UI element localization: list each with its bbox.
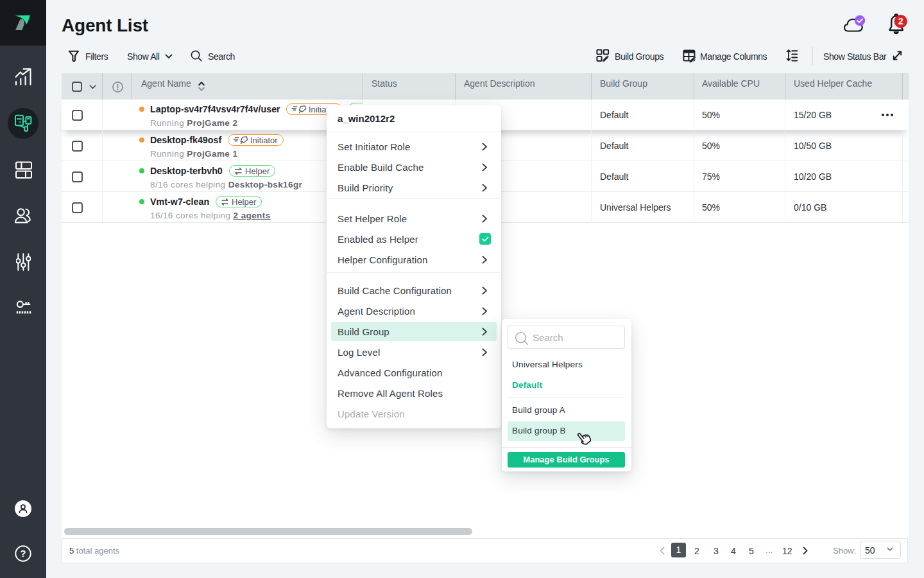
svg-text:2: 2 [898,16,903,26]
svg-text:?: ? [21,548,26,559]
